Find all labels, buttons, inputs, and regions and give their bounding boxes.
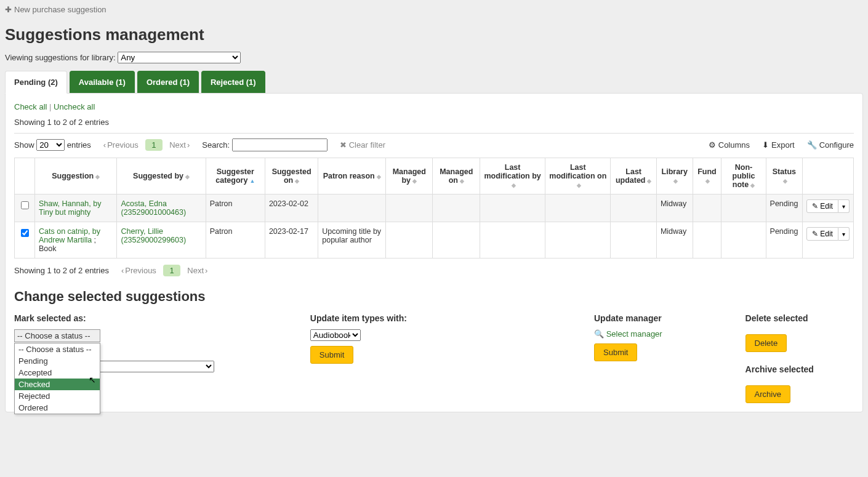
sort-icon: ◆ xyxy=(577,183,581,188)
plus-icon: ✚ xyxy=(5,5,12,14)
submit-manager-button[interactable]: Submit xyxy=(594,343,637,361)
sort-icon: ◆ xyxy=(705,178,710,183)
next-page-bottom[interactable]: Next › xyxy=(187,266,207,275)
cell-last-mod-on xyxy=(545,194,611,222)
change-selected-title: Change selected suggestions xyxy=(14,289,854,305)
col-status[interactable]: Status◆ xyxy=(766,158,803,194)
suggestion-link[interactable]: Shaw, Hannah, by Tiny but mighty xyxy=(39,199,101,217)
cell-category: Patron xyxy=(206,194,265,222)
new-purchase-label: New purchase suggestion xyxy=(14,5,106,14)
next-page-top[interactable]: Next › xyxy=(169,140,190,150)
item-type-select[interactable]: Audiobook xyxy=(310,329,361,341)
status-option-checked[interactable]: Checked xyxy=(15,379,100,390)
status-select[interactable]: -- Choose a status -- xyxy=(14,329,100,342)
new-purchase-suggestion-link[interactable]: ✚ New purchase suggestion xyxy=(5,5,106,14)
wrench-icon: 🔧 xyxy=(807,140,817,150)
download-icon: ⬇ xyxy=(762,140,769,150)
status-option-ordered[interactable]: Ordered xyxy=(15,402,100,414)
col-library[interactable]: Library◆ xyxy=(656,158,693,194)
cell-last-mod-by xyxy=(480,194,545,222)
check-all-link[interactable]: Check all xyxy=(14,102,47,111)
row-checkbox[interactable] xyxy=(21,201,29,209)
sort-icon: ◆ xyxy=(460,178,464,183)
clear-filter-link[interactable]: ✖ Clear filter xyxy=(340,140,385,150)
search-icon: 🔍 xyxy=(594,329,604,339)
status-option-accepted[interactable]: Accepted xyxy=(15,367,100,379)
cell-category: Patron xyxy=(206,222,265,259)
edit-dropdown-toggle[interactable]: ▾ xyxy=(838,199,850,213)
edit-button[interactable]: ✎Edit xyxy=(806,227,838,241)
patron-link[interactable]: Acosta, Edna (23529001000463) xyxy=(121,199,186,217)
col-checkbox xyxy=(15,158,35,194)
status-option-pending[interactable]: Pending xyxy=(15,355,100,367)
sort-icon: ◆ xyxy=(295,178,299,183)
delete-selected-label: Delete selected xyxy=(745,313,854,323)
col-managed-on[interactable]: Managed on◆ xyxy=(433,158,480,194)
row-checkbox[interactable] xyxy=(21,229,29,237)
sort-icon: ◆ xyxy=(95,174,100,179)
sort-icon: ◆ xyxy=(185,174,190,179)
submit-item-type-button[interactable]: Submit xyxy=(310,346,353,364)
chevron-left-icon: ‹ xyxy=(103,140,106,150)
col-last-updated[interactable]: Last updated◆ xyxy=(611,158,656,194)
status-option-placeholder[interactable]: -- Choose a status -- xyxy=(15,343,100,355)
sort-icon: ◆ xyxy=(673,178,678,183)
col-non-public-note[interactable]: Non-public note◆ xyxy=(721,158,766,194)
suggestions-table: Suggestion◆ Suggested by◆ Suggester cate… xyxy=(14,158,854,259)
prev-page-top[interactable]: ‹ Previous xyxy=(103,140,139,150)
status-option-rejected[interactable]: Rejected xyxy=(15,390,100,402)
col-managed-by[interactable]: Managed by◆ xyxy=(386,158,433,194)
archive-selected-label: Archive selected xyxy=(745,364,854,374)
library-filter-select[interactable]: Any xyxy=(118,52,241,63)
col-suggestion[interactable]: Suggestion◆ xyxy=(35,158,117,194)
cell-fund xyxy=(693,194,721,222)
search-input[interactable] xyxy=(232,138,328,151)
caret-down-icon: ▾ xyxy=(842,231,845,238)
prev-page-bottom[interactable]: ‹ Previous xyxy=(121,266,156,275)
update-manager-label: Update manager xyxy=(594,313,727,323)
delete-button[interactable]: Delete xyxy=(745,334,787,352)
col-suggested-by[interactable]: Suggested by◆ xyxy=(117,158,206,194)
close-icon: ✖ xyxy=(340,140,347,150)
sort-icon: ◆ xyxy=(647,178,651,183)
page-number-top[interactable]: 1 xyxy=(145,139,162,151)
entries-info-bottom: Showing 1 to 2 of 2 entries xyxy=(14,266,109,275)
status-dropdown: -- Choose a status -- Pending Accepted C… xyxy=(14,343,100,414)
select-manager-link[interactable]: 🔍 Select manager xyxy=(594,329,662,339)
cell-managed-on xyxy=(433,222,480,259)
col-suggested-on[interactable]: Suggested on◆ xyxy=(265,158,318,194)
tab-ordered[interactable]: Ordered (1) xyxy=(137,71,199,93)
tab-rejected[interactable]: Rejected (1) xyxy=(201,71,265,93)
configure-button[interactable]: 🔧 Configure xyxy=(807,140,854,150)
table-row: Cats on catnip, by Andrew Martilla ; Boo… xyxy=(15,222,854,259)
patron-link[interactable]: Cherry, Lillie (23529000299603) xyxy=(121,227,186,244)
cell-library: Midway xyxy=(656,194,693,222)
page-size-select[interactable]: 20 xyxy=(36,139,65,151)
cell-last-updated xyxy=(611,222,656,259)
col-last-mod-by[interactable]: Last modification by◆ xyxy=(480,158,545,194)
cell-managed-by xyxy=(386,222,433,259)
page-number-bottom[interactable]: 1 xyxy=(163,265,180,276)
sort-icon: ◆ xyxy=(412,178,417,183)
edit-dropdown-toggle[interactable]: ▾ xyxy=(838,227,850,241)
cell-managed-on xyxy=(433,194,480,222)
col-fund[interactable]: Fund◆ xyxy=(693,158,721,194)
edit-button[interactable]: ✎Edit xyxy=(806,199,838,213)
cell-reason xyxy=(318,194,386,222)
uncheck-all-link[interactable]: Uncheck all xyxy=(54,102,95,111)
columns-button[interactable]: ⚙ Columns xyxy=(709,140,750,150)
mark-selected-label: Mark selected as: xyxy=(14,313,292,323)
search-label: Search: xyxy=(202,140,230,150)
chevron-right-icon: › xyxy=(187,140,190,150)
col-suggester-category[interactable]: Suggester category▲ xyxy=(206,158,265,194)
tab-available[interactable]: Available (1) xyxy=(70,71,135,93)
archive-button[interactable]: Archive xyxy=(745,385,790,403)
col-patron-reason[interactable]: Patron reason◆ xyxy=(318,158,386,194)
cell-last-mod-by xyxy=(480,222,545,259)
entries-info-top: Showing 1 to 2 of 2 entries xyxy=(14,118,854,127)
export-button[interactable]: ⬇ Export xyxy=(762,140,795,150)
tab-pending[interactable]: Pending (2) xyxy=(5,71,67,94)
col-last-mod-on[interactable]: Last modification on◆ xyxy=(545,158,611,194)
sort-icon: ◆ xyxy=(512,183,516,188)
cell-fund xyxy=(693,222,721,259)
